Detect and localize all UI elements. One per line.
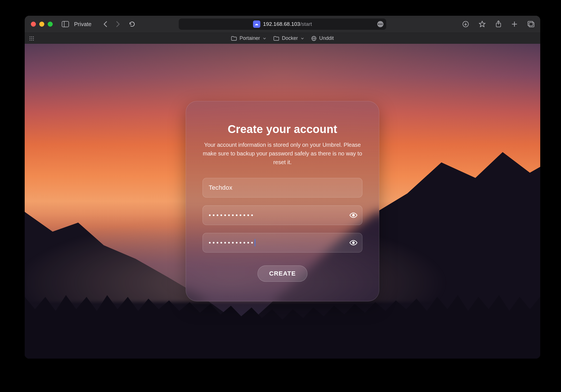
card-subtitle: Your account information is stored only …: [203, 141, 362, 167]
svg-point-23: [353, 214, 355, 216]
svg-point-16: [33, 38, 34, 39]
folder-icon: [231, 36, 237, 41]
svg-point-13: [33, 36, 34, 37]
browser-toolbar: Private 192.168.68.103/start •••: [25, 16, 540, 33]
eye-icon[interactable]: [350, 211, 357, 219]
svg-point-24: [353, 242, 355, 244]
signup-card: Create your account Your account informa…: [186, 101, 379, 301]
privacy-label: Private: [74, 21, 91, 27]
reload-button[interactable]: [129, 21, 135, 27]
svg-point-12: [31, 36, 32, 37]
tab-overview-icon[interactable]: [527, 21, 535, 27]
address-path: /start: [300, 21, 312, 27]
apps-grid-icon[interactable]: [29, 36, 34, 41]
window-minimize-button[interactable]: [39, 22, 44, 27]
address-host: 192.168.68.103: [263, 21, 300, 27]
svg-marker-4: [479, 21, 485, 27]
share-icon[interactable]: [495, 20, 502, 28]
address-more-icon[interactable]: •••: [377, 21, 383, 27]
create-button[interactable]: CREATE: [257, 265, 308, 282]
bookmark-label: Unddit: [319, 35, 334, 41]
svg-point-11: [29, 36, 30, 37]
forward-button[interactable]: [116, 21, 120, 27]
confirm-password-field-wrap[interactable]: ••••••••••••: [203, 233, 362, 253]
back-button[interactable]: [103, 21, 108, 27]
password-mask: ••••••••••••: [209, 212, 255, 219]
window-close-button[interactable]: [31, 22, 36, 27]
bookmark-label: Portainer: [240, 35, 260, 41]
svg-rect-0: [62, 21, 69, 27]
page-content: Create your account Your account informa…: [25, 44, 540, 359]
bookmark-unddit[interactable]: Unddit: [311, 35, 334, 41]
folder-icon: [273, 36, 279, 41]
name-input[interactable]: [209, 178, 346, 198]
site-favicon: [253, 20, 260, 28]
bookmark-folder-portainer[interactable]: Portainer: [231, 35, 266, 41]
text-caret: [255, 239, 255, 246]
toolbar-right: [462, 20, 535, 28]
window-zoom-button[interactable]: [48, 22, 53, 27]
favorites-icon[interactable]: [479, 20, 486, 28]
new-tab-icon[interactable]: [511, 21, 518, 27]
bookmarks-bar: Portainer Docker Unddit: [25, 33, 540, 44]
browser-window: Private 192.168.68.103/start •••: [25, 16, 540, 359]
bookmark-folder-docker[interactable]: Docker: [273, 35, 304, 41]
downloads-icon[interactable]: [462, 21, 469, 27]
chevron-down-icon: [301, 37, 304, 40]
form-fields: •••••••••••• ••••••••••••: [203, 178, 362, 253]
confirm-password-mask: ••••••••••••: [209, 239, 255, 246]
card-title: Create your account: [203, 123, 362, 136]
sidebar-toggle-icon[interactable]: [62, 21, 69, 27]
name-field-wrap[interactable]: [203, 178, 362, 198]
globe-icon: [311, 36, 316, 41]
svg-point-19: [33, 40, 34, 40]
eye-icon[interactable]: [350, 239, 357, 247]
svg-point-17: [29, 40, 30, 40]
address-bar[interactable]: 192.168.68.103/start •••: [179, 19, 386, 30]
svg-point-14: [29, 38, 30, 39]
bookmark-label: Docker: [282, 35, 298, 41]
chevron-down-icon: [263, 37, 266, 40]
svg-point-18: [31, 40, 32, 40]
traffic-lights: [31, 22, 53, 27]
svg-rect-10: [528, 21, 533, 26]
svg-rect-9: [529, 22, 534, 27]
svg-point-15: [31, 38, 32, 39]
password-field-wrap[interactable]: ••••••••••••: [203, 205, 362, 225]
nav-arrows: [103, 21, 120, 27]
create-button-label: CREATE: [269, 270, 296, 277]
